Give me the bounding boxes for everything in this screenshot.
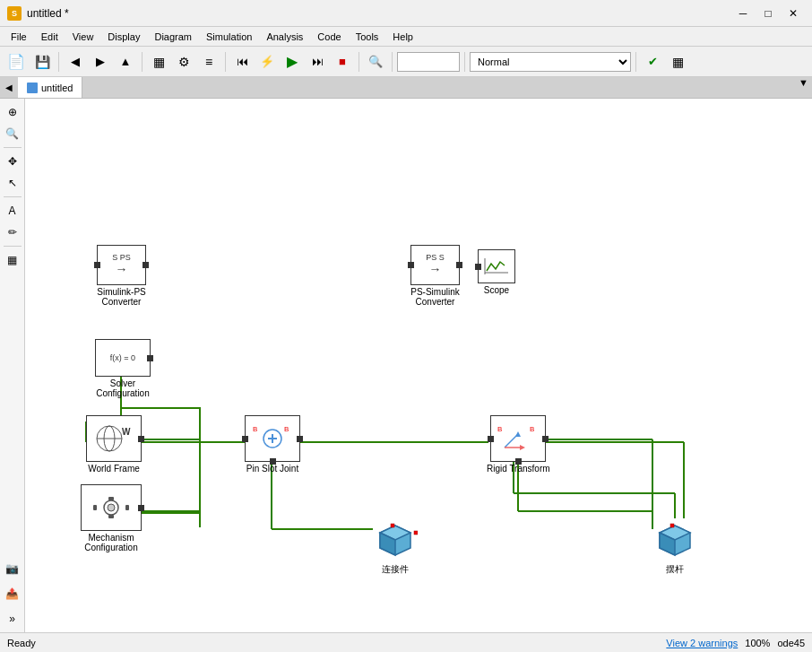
block-label-lianjian: 连接件 — [382, 563, 409, 576]
sidebar: ⊕ 🔍 ✥ ↖ A ✏ ▦ 📷 📤 » — [0, 99, 25, 632]
statusbar: Ready View 2 warnings 100% ode45 — [0, 632, 812, 652]
block-label-ps-simulink: PS-Simulink Converter — [410, 287, 459, 307]
menu-code[interactable]: Code — [310, 30, 348, 44]
share-button[interactable]: 📤 — [3, 584, 22, 604]
port-out — [147, 355, 153, 361]
block-ps-simulink[interactable]: PS S→ PS-Simulink Converter — [410, 245, 460, 307]
redo-button[interactable]: ▶ — [89, 50, 112, 74]
minimize-button[interactable]: ─ — [731, 4, 755, 22]
step-back-button[interactable]: ⏮ — [230, 50, 254, 74]
toolbar-sep1 — [58, 52, 59, 72]
port-in — [408, 262, 414, 268]
zoom-fit-button[interactable]: ⊕ — [3, 102, 22, 122]
menu-file[interactable]: File — [4, 30, 34, 44]
library-button[interactable]: ▦ — [147, 50, 170, 74]
svg-rect-49 — [108, 497, 114, 500]
tab-label: untitled — [41, 83, 73, 93]
maximize-button[interactable]: □ — [756, 4, 780, 22]
up-button[interactable]: ▲ — [114, 50, 137, 74]
zoom-in-button[interactable]: 🔍 — [3, 124, 22, 143]
titlebar-left: S untitled * — [7, 6, 69, 21]
step-fwd-button[interactable]: ⏭ — [306, 50, 329, 74]
block-biagan[interactable]: 摆杆 — [652, 517, 697, 576]
check-button[interactable]: ✔ — [641, 50, 664, 74]
tab-dropdown[interactable]: ▼ — [795, 77, 812, 98]
sim-time-input[interactable]: 10.0 — [397, 52, 460, 72]
titlebar-controls: ─ □ ✕ — [731, 4, 805, 22]
window-title: untitled * — [27, 7, 69, 20]
canvas[interactable]: S PS→ Simulink-PS Converter PS S→ PS-Sim… — [25, 99, 812, 632]
block-mechanism-config[interactable]: Mechanism Configuration — [81, 484, 142, 552]
run-button[interactable]: ▶ — [281, 50, 304, 74]
block-scope[interactable]: Scope — [478, 249, 515, 295]
menubar: File Edit View Display Diagram Simulatio… — [0, 27, 812, 47]
tab-sim-icon — [27, 83, 38, 93]
svg-text:B: B — [530, 425, 534, 433]
svg-rect-61 — [670, 524, 674, 527]
status-ready: Ready — [7, 638, 36, 648]
stop-button[interactable]: ■ — [331, 50, 354, 74]
annotation-button[interactable]: ✏ — [3, 222, 22, 242]
svg-rect-51 — [93, 505, 97, 510]
svg-text:B: B — [253, 425, 257, 433]
fast-restart-button[interactable]: ⚡ — [255, 50, 279, 74]
port-in — [242, 436, 248, 442]
screenshot-button[interactable]: 📷 — [3, 559, 22, 578]
sidebar-sep1 — [4, 147, 22, 148]
port-bottom — [515, 458, 522, 465]
tabbar: ◀ untitled ▼ — [0, 77, 812, 99]
block-label-solver: Solver Configuration — [96, 378, 149, 398]
sim-mode-select[interactable]: Normal Accelerator Rapid Accelerator — [470, 52, 631, 72]
menu-display[interactable]: Display — [100, 30, 147, 44]
save-button[interactable]: 💾 — [30, 50, 54, 74]
settings-button[interactable]: ⚙ — [172, 50, 195, 74]
block-label-pin-slot: Pin Slot Joint — [246, 464, 298, 474]
grid-button[interactable]: ▦ — [666, 50, 689, 74]
toolbar: 📄 💾 ◀ ▶ ▲ ▦ ⚙ ≡ ⏮ ⚡ ▶ ⏭ ■ 🔍 10.0 Normal … — [0, 47, 812, 77]
block-world-frame[interactable]: W World Frame — [86, 415, 142, 474]
port-in — [475, 264, 481, 270]
toolbar-sep5 — [392, 52, 393, 72]
sidebar-sep3 — [4, 246, 22, 247]
port-out — [542, 436, 549, 442]
statusbar-right: View 2 warnings 100% ode45 — [666, 638, 805, 648]
menu-edit[interactable]: Edit — [34, 30, 65, 44]
zoom-button[interactable]: 🔍 — [364, 50, 387, 74]
tab-untitled[interactable]: untitled — [18, 77, 82, 98]
menu-analysis[interactable]: Analysis — [259, 30, 310, 44]
expand-button[interactable]: » — [3, 609, 22, 629]
svg-point-48 — [108, 504, 115, 511]
menu-diagram[interactable]: Diagram — [147, 30, 199, 44]
close-button[interactable]: ✕ — [782, 4, 805, 22]
menu-simulation[interactable]: Simulation — [199, 30, 259, 44]
text-button[interactable]: A — [3, 201, 22, 221]
select-button[interactable]: ↖ — [3, 173, 22, 193]
block-solver-config[interactable]: f(x) = 0 Solver Configuration — [95, 339, 151, 398]
undo-button[interactable]: ◀ — [64, 50, 87, 74]
menu-view[interactable]: View — [65, 30, 101, 44]
tab-nav-left[interactable]: ◀ — [0, 77, 18, 98]
svg-text:W: W — [122, 427, 131, 437]
port-out — [456, 262, 462, 268]
params-button[interactable]: ≡ — [197, 50, 220, 74]
port-in — [94, 262, 100, 268]
toolbar-sep7 — [635, 52, 636, 72]
new-button[interactable]: 📄 — [4, 50, 29, 74]
hide-button[interactable]: ▦ — [3, 250, 22, 270]
menu-help[interactable]: Help — [385, 30, 420, 44]
block-pin-slot-joint[interactable]: B B Pin Slot Joint — [245, 415, 300, 474]
port-out — [297, 436, 303, 442]
pan-button[interactable]: ✥ — [3, 152, 22, 171]
menu-tools[interactable]: Tools — [349, 30, 386, 44]
toolbar-sep6 — [464, 52, 465, 72]
statusbar-left: Ready — [7, 638, 36, 648]
port-out — [138, 436, 144, 442]
block-label-biagan: 摆杆 — [666, 563, 684, 576]
block-simulink-ps[interactable]: S PS→ Simulink-PS Converter — [97, 245, 146, 307]
toolbar-sep3 — [225, 52, 226, 72]
block-label-mechanism: Mechanism Configuration — [84, 533, 137, 552]
block-rigid-transform[interactable]: B B Rigid Transform — [487, 415, 550, 474]
block-lianjian[interactable]: 连接件 — [373, 517, 418, 576]
block-label-simulink-ps: Simulink-PS Converter — [97, 287, 145, 307]
status-warnings[interactable]: View 2 warnings — [666, 638, 738, 648]
